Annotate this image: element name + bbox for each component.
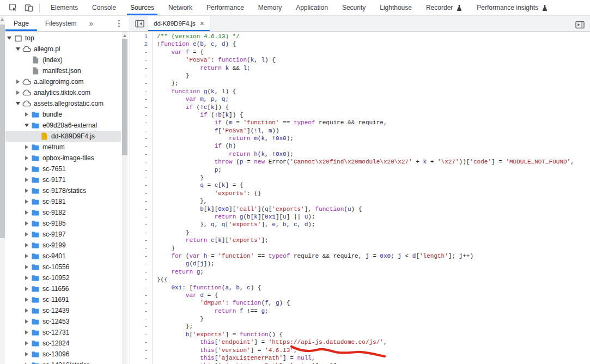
chevron-right-icon[interactable] [23,287,31,291]
chevron-down-icon[interactable] [23,124,31,127]
tree-item-sc-9197[interactable]: sc-9197 [5,229,121,240]
left-scrollbar[interactable] [0,16,5,364]
tree-scrollbar[interactable] [122,32,127,364]
code-line[interactable]: - } [130,229,590,236]
gutter-line-number[interactable]: - [130,197,152,205]
chevron-down-icon[interactable] [14,47,22,51]
code-line[interactable]: - b[k][0x0]['call'](q['exports'], functi… [130,205,590,213]
chevron-right-icon[interactable] [23,210,31,215]
gutter-line-number[interactable]: - [130,307,152,315]
tree-item-sc-11691[interactable]: sc-11691 [5,294,121,305]
chevron-right-icon[interactable] [23,352,31,356]
code-line[interactable]: - } [130,245,590,252]
gutter-line-number[interactable]: - [130,276,152,283]
chevron-right-icon[interactable] [23,145,31,149]
gutter-line-number[interactable]: - [130,205,152,213]
tree-item-sc-13096[interactable]: sc-13096 [5,349,121,360]
navigator-tab-filesystem[interactable]: Filesystem [37,16,84,31]
code-line[interactable]: - }, [130,197,590,205]
tab-network[interactable]: Network [161,0,199,15]
scroll-up-icon[interactable] [123,34,126,37]
gutter-line-number[interactable]: - [130,119,152,126]
code-line[interactable]: - return g(b[k][0x1][u] || u); [130,213,590,221]
gutter-line-number[interactable]: - [130,80,152,87]
gutter-line-number[interactable]: - [130,347,152,354]
code-line[interactable]: - if (m = 'function' == typeof require &… [130,119,590,126]
gutter-line-number[interactable]: - [130,245,152,252]
gutter-line-number[interactable]: - [130,72,152,80]
gutter-line-number[interactable]: - [130,166,152,174]
tree-item-sc-9182[interactable]: sc-9182 [5,207,121,218]
tree-item-metrum[interactable]: metrum [5,142,121,153]
chevron-right-icon[interactable] [23,189,31,193]
code-line[interactable]: - return h(k, !0x0); [130,150,590,158]
tree-item-index[interactable]: (index) [5,54,121,65]
tab-sources[interactable]: Sources [123,0,161,15]
code-line[interactable]: - this['ajaxListenerPath'] = null, [130,354,590,362]
code-line[interactable]: 2!function e(b, c, d) { [130,40,590,48]
code-line[interactable]: - b['exports'] = function() { [130,331,590,338]
scrollbar-thumb[interactable] [122,39,127,155]
tree-item-dd-k89d9f4-js[interactable]: dd-K89D9F4.js [5,131,121,142]
tree-item-e09d28a6-external[interactable]: e09d28a6-external [5,120,121,131]
gutter-line-number[interactable]: - [130,181,152,189]
code-line[interactable]: - } [130,72,590,80]
gutter-line-number[interactable]: - [130,354,152,362]
tree-item-a-allegroimg-com[interactable]: a.allegroimg.com [5,76,121,87]
tab-security[interactable]: Security [335,0,373,15]
code-line[interactable]: - return g; [130,268,590,276]
code-line[interactable]: - }; [130,323,590,330]
tree-item-allegro-pl[interactable]: allegro.pl [5,44,121,54]
code-line[interactable]: - 0x1: [function(a, b, c) { [130,284,590,292]
gutter-line-number[interactable]: - [130,338,152,346]
more-tabs-icon[interactable]: » [89,19,93,28]
code-area[interactable]: 1/** (version 4.6.13) */2!function e(b, … [130,32,590,364]
tree-item-sc-9185[interactable]: sc-9185 [5,218,121,229]
code-line[interactable]: - for (var h = 'function' == typeof requ… [130,252,590,260]
code-line[interactable]: - q = c[k] = { [130,181,590,189]
tree-item-manifest-json[interactable]: manifest.json [5,65,121,76]
gutter-line-number[interactable]: - [130,56,152,64]
code-line[interactable]: - } [130,174,590,181]
chevron-right-icon[interactable] [23,243,31,247]
chevron-right-icon[interactable] [23,254,31,258]
code-line[interactable]: - return k && l; [130,64,590,72]
chevron-right-icon[interactable] [14,90,22,95]
code-line[interactable]: - p; [130,166,590,174]
gutter-line-number[interactable]: - [130,252,152,260]
chevron-right-icon[interactable] [23,221,31,226]
code-line[interactable]: - var m, p, q; [130,95,590,103]
tree-item-sc-12731[interactable]: sc-12731 [5,327,121,338]
tree-item-opbox-image-tiles[interactable]: opbox-image-tiles [5,153,121,163]
code-line[interactable]: - if (!b[k]) { [130,111,590,119]
gutter-line-number[interactable]: - [130,150,152,158]
gutter-line-number[interactable]: - [130,135,152,142]
gutter-line-number[interactable]: - [130,268,152,276]
tree-item-bundle[interactable]: bundle [5,109,121,120]
gutter-line-number[interactable]: - [130,292,152,299]
chevron-right-icon[interactable] [14,80,22,84]
gutter-line-number[interactable]: - [130,142,152,150]
code-line[interactable]: 1/** (version 4.6.13) */ [130,33,590,40]
code-line[interactable]: - g(d[j]); [130,260,590,268]
code-line[interactable]: - f['PoSva'](!l, m)) [130,127,590,135]
gutter-line-number[interactable]: - [130,323,152,330]
chevron-right-icon[interactable] [23,265,31,269]
tree-item-sc-7651[interactable]: sc-7651 [5,163,121,174]
chevron-right-icon[interactable] [23,199,31,204]
gutter-line-number[interactable]: - [130,95,152,103]
code-editor[interactable]: 1/** (version 4.6.13) */2!function e(b, … [130,32,590,364]
chevron-right-icon[interactable] [23,232,31,236]
chevron-right-icon[interactable] [23,330,31,335]
code-line[interactable]: - function g(k, l) { [130,88,590,95]
tab-lighthouse[interactable]: Lighthouse [373,0,419,15]
tab-memory[interactable]: Memory [251,0,289,15]
gutter-line-number[interactable]: - [130,236,152,244]
tree-item-sc-14216-statics[interactable]: sc-14216/statics [5,360,121,364]
tree-item-sc-10556[interactable]: sc-10556 [5,262,121,272]
code-line[interactable]: - } [130,315,590,323]
inspect-element-icon[interactable] [7,1,20,14]
gutter-line-number[interactable]: - [130,104,152,111]
chevron-right-icon[interactable] [23,308,31,313]
tree-item-sc-11656[interactable]: sc-11656 [5,283,121,294]
